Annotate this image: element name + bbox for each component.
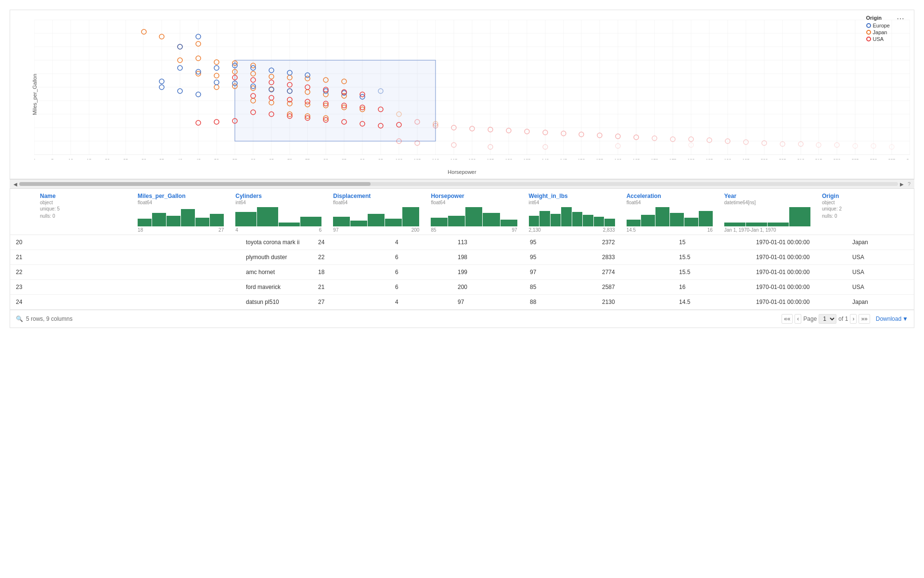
legend-item-japan: Japan	[866, 29, 890, 35]
scroll-right-arrow[interactable]: ▶	[900, 182, 904, 187]
svg-text:95: 95	[378, 158, 383, 159]
scroll-help-icon[interactable]: ?	[908, 181, 911, 187]
svg-text:180: 180	[687, 158, 694, 159]
col-header-horsepower: Horsepower float64 85 97	[425, 193, 523, 233]
table-section: Name object unique: 5 nulls: 0 Miles_per…	[10, 189, 914, 328]
legend-more-button[interactable]: ⋯	[897, 14, 904, 23]
svg-text:225: 225	[851, 158, 859, 159]
mpg-histogram	[138, 207, 224, 226]
footer-right: «« ‹ Page 1 of 1 › »» Download ▼	[782, 314, 908, 324]
scroll-track[interactable]	[19, 182, 898, 186]
cell-disp: 198	[452, 250, 524, 265]
svg-text:125: 125	[487, 158, 494, 159]
cell-acc: 15	[673, 235, 750, 250]
cell-wt: 2372	[596, 235, 673, 250]
cell-wt: 2130	[596, 295, 673, 310]
svg-text:115: 115	[450, 158, 457, 159]
cell-orig: USA	[847, 265, 914, 280]
cell-cyl: 6	[389, 280, 452, 295]
page-label: Page	[803, 315, 817, 322]
page-select[interactable]: 1	[819, 314, 836, 324]
col-header-displacement: Displacement float64 97 200	[327, 193, 425, 233]
row-index: 23	[10, 280, 240, 295]
cell-name: amc hornet	[240, 265, 312, 280]
scroll-thumb[interactable]	[19, 182, 371, 186]
svg-text:150: 150	[578, 158, 585, 159]
cell-name: datsun pl510	[240, 295, 312, 310]
first-page-button[interactable]: ««	[782, 314, 793, 324]
prev-page-button[interactable]: ‹	[795, 314, 801, 324]
cell-acc: 14.5	[673, 295, 750, 310]
legend-item-europe: Europe	[866, 23, 890, 28]
svg-text:15: 15	[87, 158, 91, 159]
svg-text:35: 35	[159, 158, 164, 159]
cell-disp: 199	[452, 265, 524, 280]
col-header-weight: Weight_in_lbs int64 2,130 2,833	[523, 193, 621, 233]
row-index: 20	[10, 235, 240, 250]
svg-text:170: 170	[651, 158, 658, 159]
last-page-button[interactable]: »»	[859, 314, 870, 324]
svg-text:205: 205	[779, 158, 786, 159]
data-table: 20 toyota corona mark ii 24 4 113 95 237…	[10, 235, 914, 310]
col-header-acceleration: Acceleration float64 14.5 16	[621, 193, 719, 233]
download-label: Download	[876, 315, 901, 322]
cell-cyl: 4	[389, 235, 452, 250]
scatter-plot[interactable]: 0 5 10 15 20 25 30 35 40 45 50	[34, 20, 910, 159]
col-header-cylinders: Cylinders int64 4 6	[230, 193, 327, 233]
cell-orig: USA	[847, 250, 914, 265]
cell-hp: 97	[524, 265, 596, 280]
svg-text:80: 80	[323, 158, 328, 159]
cyl-range-max: 6	[319, 227, 322, 233]
next-page-button[interactable]: ›	[850, 314, 857, 324]
svg-text:55: 55	[232, 158, 237, 159]
table-row: 20 toyota corona mark ii 24 4 113 95 237…	[10, 235, 914, 250]
wt-range-min: 2,130	[529, 227, 541, 233]
cell-mpg: 21	[312, 280, 389, 295]
svg-text:165: 165	[632, 158, 640, 159]
scroll-left-arrow[interactable]: ◀	[13, 182, 17, 187]
legend-dot-europe	[866, 23, 871, 28]
chart-inner: Miles_per_Gallon Origin Europe Japan	[10, 10, 914, 179]
svg-text:120: 120	[468, 158, 475, 159]
hp-range-max: 97	[512, 227, 517, 233]
svg-text:5: 5	[51, 158, 53, 159]
legend-dot-japan	[866, 30, 871, 35]
cell-yr: 1970-01-01 00:00:00	[750, 250, 847, 265]
cell-cyl: 6	[389, 265, 452, 280]
table-footer: 🔍 5 rows, 9 columns «« ‹ Page 1 of 1 › »…	[10, 310, 914, 328]
table-row: 21 plymouth duster 22 6 198 95 2833 15.5…	[10, 250, 914, 265]
col-header-name: Name object unique: 5 nulls: 0	[34, 193, 132, 233]
disp-range-min: 97	[333, 227, 338, 233]
svg-text:100: 100	[395, 158, 402, 159]
yr-histogram	[724, 207, 810, 226]
svg-text:60: 60	[251, 158, 256, 159]
svg-text:85: 85	[342, 158, 346, 159]
wt-histogram	[529, 207, 615, 226]
svg-text:140: 140	[541, 158, 549, 159]
cyl-range-min: 4	[235, 227, 238, 233]
cell-wt: 2774	[596, 265, 673, 280]
download-button[interactable]: Download ▼	[876, 315, 908, 322]
svg-text:135: 135	[523, 158, 530, 159]
svg-text:215: 215	[815, 158, 822, 159]
col-header-origin: Origin object unique: 2 nulls: 0	[816, 193, 914, 233]
legend-label-japan: Japan	[873, 29, 887, 35]
cell-yr: 1970-01-01 00:00:00	[750, 265, 847, 280]
svg-text:230: 230	[870, 158, 877, 159]
svg-text:195: 195	[742, 158, 749, 159]
svg-text:210: 210	[797, 158, 804, 159]
svg-text:10: 10	[68, 158, 73, 159]
chart-section: Miles_per_Gallon Origin Europe Japan	[10, 10, 914, 179]
svg-text:110: 110	[432, 158, 439, 159]
svg-text:90: 90	[360, 158, 365, 159]
disp-histogram	[333, 207, 419, 226]
cell-wt: 2833	[596, 250, 673, 265]
search-icon: 🔍	[16, 315, 23, 322]
legend-label-usa: USA	[873, 36, 884, 42]
svg-text:160: 160	[614, 158, 621, 159]
cell-acc: 16	[673, 280, 750, 295]
svg-text:45: 45	[196, 158, 201, 159]
table-row: 22 amc hornet 18 6 199 97 2774 15.5 1970…	[10, 265, 914, 280]
cell-name: ford maverick	[240, 280, 312, 295]
svg-text:20: 20	[105, 158, 110, 159]
